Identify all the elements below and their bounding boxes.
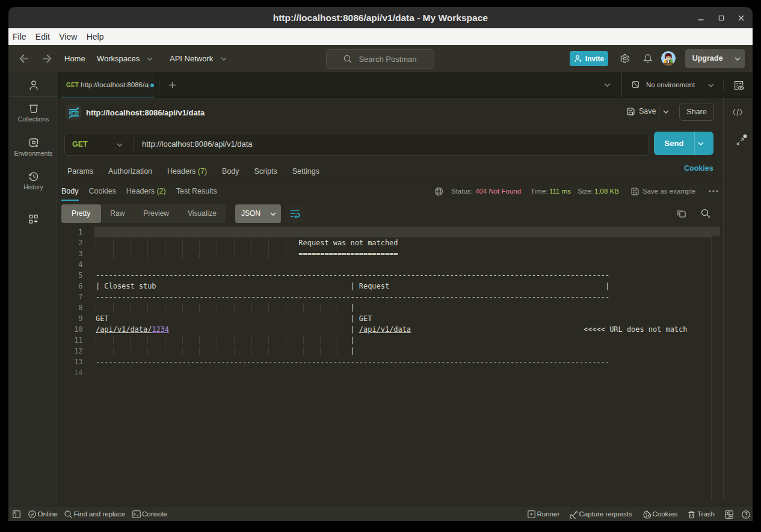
save-icon[interactable]	[626, 107, 635, 116]
notifications-bell-icon[interactable]	[643, 54, 653, 64]
response-options-icon[interactable]	[709, 190, 718, 192]
new-tab-button[interactable]	[168, 81, 176, 89]
runner-button[interactable]: Runner	[528, 507, 559, 521]
tab-settings[interactable]: Settings	[292, 162, 319, 180]
cookies-button[interactable]: Cookies	[643, 507, 677, 521]
maximize-button[interactable]	[714, 7, 729, 28]
close-button[interactable]	[734, 7, 748, 28]
find-and-replace[interactable]: Find and replace	[64, 507, 125, 521]
tab-headers[interactable]: Headers (7)	[167, 162, 207, 180]
code-snippet-icon[interactable]	[732, 108, 743, 116]
tab-bar: GET http://localhost:8086/api/v1/data No…	[58, 72, 752, 98]
console-button[interactable]: Console	[132, 507, 167, 521]
status-label: Status:	[451, 182, 473, 200]
editor-scrollbar[interactable]	[712, 227, 720, 236]
no-environment-icon	[632, 81, 639, 88]
expand-pane-icon[interactable]	[736, 137, 745, 146]
capture-requests-button[interactable]: Capture requests	[570, 507, 632, 521]
save-as-example-label[interactable]: Save as example	[642, 182, 695, 200]
sidebar-item-history[interactable]: History	[10, 171, 57, 191]
wrap-lines-button[interactable]	[285, 204, 304, 223]
editor-line-13: 13--------------------------------------…	[58, 356, 724, 367]
content: Collections Environments History	[10, 72, 752, 507]
minimize-button[interactable]	[694, 7, 708, 28]
environment-selector[interactable]: No environment	[646, 72, 695, 98]
sidebar-item-environments[interactable]: Environments	[10, 138, 57, 157]
menu-view[interactable]: View	[59, 28, 77, 45]
send-chevron-icon[interactable]	[698, 142, 704, 145]
save-label[interactable]: Save	[639, 107, 656, 115]
tab-list-chevron-icon[interactable]	[604, 83, 611, 87]
tab-params[interactable]: Params	[67, 162, 93, 180]
url-bar: GET http://localhost:8086/api/v1/data	[64, 133, 649, 156]
line-number: 9	[58, 313, 83, 324]
save-chevron-icon[interactable]	[663, 110, 669, 114]
sidebar-add-tools-icon[interactable]	[10, 214, 57, 224]
editor-line-3: 3 =======================	[58, 248, 724, 259]
editor-line-14: 14	[58, 367, 724, 378]
search-input[interactable]: Search Postman	[326, 49, 434, 69]
view-pretty[interactable]: Pretty	[61, 204, 101, 223]
avatar[interactable]	[661, 51, 676, 66]
cookies-link[interactable]: Cookies	[684, 164, 713, 173]
back-icon[interactable]	[19, 45, 29, 72]
menubar: File Edit View Help	[8, 28, 753, 45]
line-text: | Closest stub | Request |	[96, 281, 609, 292]
menu-help[interactable]: Help	[87, 28, 104, 45]
menu-file[interactable]: File	[13, 28, 26, 45]
tab-authorization[interactable]: Authorization	[108, 162, 152, 180]
view-visualize[interactable]: Visualize	[179, 204, 226, 223]
online-status[interactable]: Online	[28, 507, 58, 521]
navbar: Home Workspaces API Network Search Postm…	[8, 45, 753, 72]
left-sidebar: Collections Environments History	[10, 72, 57, 507]
tab-scripts[interactable]: Scripts	[254, 162, 277, 180]
sidebar-item-collections[interactable]: Collections	[10, 103, 57, 123]
line-text: =======================	[96, 248, 398, 259]
menu-edit[interactable]: Edit	[35, 28, 50, 45]
editor-line-1: 1	[58, 227, 724, 237]
size-value[interactable]: 1.08 KB	[594, 182, 619, 200]
globe-icon[interactable]	[434, 187, 443, 196]
sidebar-workspace-user-icon[interactable]	[10, 79, 57, 91]
editor-line-9: 9GET | GET	[58, 313, 724, 324]
unsaved-dot	[150, 84, 154, 87]
window-inner: http://localhost:8086/api/v1/data - My W…	[10, 7, 752, 521]
upgrade-chevron-icon[interactable]	[730, 49, 745, 68]
view-preview[interactable]: Preview	[134, 204, 179, 223]
invite-button[interactable]: Invite	[570, 51, 608, 66]
method-selector[interactable]: GET	[72, 133, 88, 155]
line-text: |	[96, 335, 355, 346]
nav-api-network[interactable]: API Network	[170, 45, 213, 72]
nav-workspaces[interactable]: Workspaces	[97, 45, 140, 72]
tab-separator	[159, 79, 159, 91]
request-tabs: Params Authorization Headers (7) Body Sc…	[67, 162, 319, 180]
method-chevron-icon[interactable]	[117, 143, 123, 147]
save-example-icon[interactable]	[630, 187, 639, 196]
tab-body[interactable]: Body	[222, 162, 239, 180]
forward-icon[interactable]	[42, 45, 52, 72]
share-button[interactable]: Share	[679, 103, 714, 121]
sidebar-divider-short	[16, 201, 49, 201]
settings-gear-icon[interactable]	[620, 54, 630, 64]
copy-response-icon[interactable]	[677, 209, 686, 218]
environments-icon	[28, 138, 39, 148]
response-body-editor[interactable]: 12 Request was not matched3 ============…	[58, 227, 724, 509]
environment-chevron-icon[interactable]	[708, 84, 714, 87]
nav-home[interactable]: Home	[64, 45, 85, 72]
upgrade-button[interactable]: Upgrade	[685, 49, 745, 68]
status-value[interactable]: 404 Not Found	[475, 182, 521, 200]
runner-icon	[528, 510, 535, 518]
send-button[interactable]: Send	[654, 132, 713, 155]
format-selector[interactable]: JSON	[235, 204, 281, 223]
trash-button[interactable]: Trash	[688, 507, 715, 521]
tabbar-env-separator	[621, 72, 622, 98]
view-raw[interactable]: Raw	[101, 204, 134, 223]
search-response-icon[interactable]	[701, 209, 710, 218]
url-input[interactable]: http://localhost:8086/api/v1/data	[142, 133, 253, 155]
request-tab[interactable]: GET http://localhost:8086/api/v1/data	[61, 72, 155, 98]
http-request-icon: HTTP	[66, 105, 81, 120]
workspaces-chevron-icon	[147, 45, 153, 72]
editor-line-10: 10/api/v1/data/1234 | /api/v1/data <<<<<…	[58, 324, 724, 335]
environment-quick-look-icon[interactable]	[734, 81, 744, 91]
time-value[interactable]: 111 ms	[549, 182, 571, 200]
